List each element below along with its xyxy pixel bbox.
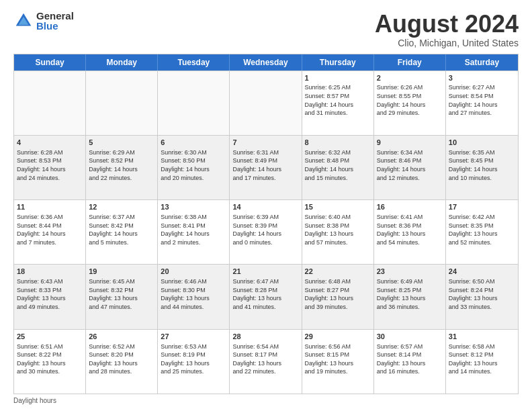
day-number: 14 [232,202,298,212]
day-number: 26 [89,332,154,342]
day-header: Tuesday [158,54,230,71]
day-number: 13 [161,202,226,212]
logo-text: General Blue [36,11,74,31]
day-info: Sunrise: 6:58 AM Sunset: 8:12 PM Dayligh… [449,342,515,376]
day-cell: 20Sunrise: 6:46 AM Sunset: 8:30 PM Dayli… [158,265,230,328]
day-cell: 13Sunrise: 6:38 AM Sunset: 8:41 PM Dayli… [158,200,230,264]
footer-note: Daylight hours [13,397,519,404]
day-number: 19 [89,267,154,277]
day-cell: 17Sunrise: 6:42 AM Sunset: 8:35 PM Dayli… [446,200,518,264]
day-number: 23 [377,267,443,277]
day-header: Sunday [14,54,86,71]
day-number: 31 [449,332,515,342]
day-number: 12 [89,202,154,212]
day-info: Sunrise: 6:47 AM Sunset: 8:28 PM Dayligh… [232,277,298,311]
header: General Blue August 2024 Clio, Michigan,… [13,11,519,48]
day-headers: SundayMondayTuesdayWednesdayThursdayFrid… [14,54,518,71]
day-number: 11 [17,202,83,212]
day-info: Sunrise: 6:36 AM Sunset: 8:44 PM Dayligh… [17,213,83,246]
day-number: 1 [305,73,371,83]
day-info: Sunrise: 6:29 AM Sunset: 8:52 PM Dayligh… [89,148,154,182]
day-cell: 26Sunrise: 6:52 AM Sunset: 8:20 PM Dayli… [86,330,158,394]
day-cell: 30Sunrise: 6:57 AM Sunset: 8:14 PM Dayli… [374,330,446,394]
day-number: 4 [17,138,83,148]
title-area: August 2024 Clio, Michigan, United State… [375,11,519,48]
day-info: Sunrise: 6:31 AM Sunset: 8:49 PM Dayligh… [232,148,298,182]
day-number: 17 [449,202,515,212]
day-cell: 3Sunrise: 6:27 AM Sunset: 8:54 PM Daylig… [446,71,518,135]
day-cell: 7Sunrise: 6:31 AM Sunset: 8:49 PM Daylig… [230,136,302,199]
day-number: 6 [161,138,226,148]
day-info: Sunrise: 6:39 AM Sunset: 8:39 PM Dayligh… [232,213,298,246]
day-number: 16 [377,202,443,212]
calendar: SundayMondayTuesdayWednesdayThursdayFrid… [13,54,519,394]
day-cell: 25Sunrise: 6:51 AM Sunset: 8:22 PM Dayli… [14,330,86,394]
day-cell: 6Sunrise: 6:30 AM Sunset: 8:50 PM Daylig… [158,136,230,199]
day-cell: 8Sunrise: 6:32 AM Sunset: 8:48 PM Daylig… [302,136,374,199]
week-row: 25Sunrise: 6:51 AM Sunset: 8:22 PM Dayli… [14,329,518,394]
day-cell: 2Sunrise: 6:26 AM Sunset: 8:55 PM Daylig… [374,71,446,135]
day-info: Sunrise: 6:52 AM Sunset: 8:20 PM Dayligh… [89,342,154,376]
day-cell [14,71,86,135]
page: General Blue August 2024 Clio, Michigan,… [0,0,532,411]
day-info: Sunrise: 6:45 AM Sunset: 8:32 PM Dayligh… [89,277,154,311]
day-cell: 22Sunrise: 6:48 AM Sunset: 8:27 PM Dayli… [302,265,374,328]
day-cell [86,71,158,135]
day-info: Sunrise: 6:57 AM Sunset: 8:14 PM Dayligh… [377,342,443,376]
day-number: 5 [89,138,154,148]
day-number: 25 [17,332,83,342]
day-cell: 23Sunrise: 6:49 AM Sunset: 8:25 PM Dayli… [374,265,446,328]
day-header: Wednesday [230,54,302,71]
week-row: 4Sunrise: 6:28 AM Sunset: 8:53 PM Daylig… [14,135,518,199]
logo-icon [13,11,34,31]
day-cell [230,71,302,135]
logo: General Blue [13,11,74,31]
day-number: 10 [449,138,515,148]
day-info: Sunrise: 6:53 AM Sunset: 8:19 PM Dayligh… [161,342,226,376]
day-number: 7 [232,138,298,148]
day-cell: 1Sunrise: 6:25 AM Sunset: 8:57 PM Daylig… [302,71,374,135]
day-header: Saturday [446,54,518,71]
day-info: Sunrise: 6:25 AM Sunset: 8:57 PM Dayligh… [305,83,371,117]
day-cell: 11Sunrise: 6:36 AM Sunset: 8:44 PM Dayli… [14,200,86,264]
day-cell: 16Sunrise: 6:41 AM Sunset: 8:36 PM Dayli… [374,200,446,264]
day-cell: 9Sunrise: 6:34 AM Sunset: 8:46 PM Daylig… [374,136,446,199]
day-info: Sunrise: 6:30 AM Sunset: 8:50 PM Dayligh… [161,148,226,182]
day-cell: 5Sunrise: 6:29 AM Sunset: 8:52 PM Daylig… [86,136,158,199]
day-number: 15 [305,202,371,212]
day-info: Sunrise: 6:54 AM Sunset: 8:17 PM Dayligh… [232,342,298,376]
day-cell: 19Sunrise: 6:45 AM Sunset: 8:32 PM Dayli… [86,265,158,328]
day-info: Sunrise: 6:51 AM Sunset: 8:22 PM Dayligh… [17,342,83,376]
day-info: Sunrise: 6:48 AM Sunset: 8:27 PM Dayligh… [305,277,371,311]
week-row: 11Sunrise: 6:36 AM Sunset: 8:44 PM Dayli… [14,199,518,264]
week-row: 1Sunrise: 6:25 AM Sunset: 8:57 PM Daylig… [14,71,518,135]
day-info: Sunrise: 6:56 AM Sunset: 8:15 PM Dayligh… [305,342,371,376]
day-number: 2 [377,73,443,83]
day-number: 20 [161,267,226,277]
day-cell: 29Sunrise: 6:56 AM Sunset: 8:15 PM Dayli… [302,330,374,394]
day-cell: 24Sunrise: 6:50 AM Sunset: 8:24 PM Dayli… [446,265,518,328]
day-info: Sunrise: 6:50 AM Sunset: 8:24 PM Dayligh… [449,277,515,311]
main-title: August 2024 [375,11,519,38]
day-number: 22 [305,267,371,277]
calendar-grid: 1Sunrise: 6:25 AM Sunset: 8:57 PM Daylig… [14,71,518,394]
day-cell [158,71,230,135]
day-info: Sunrise: 6:37 AM Sunset: 8:42 PM Dayligh… [89,213,154,246]
day-number: 8 [305,138,371,148]
day-cell: 14Sunrise: 6:39 AM Sunset: 8:39 PM Dayli… [230,200,302,264]
day-cell: 10Sunrise: 6:35 AM Sunset: 8:45 PM Dayli… [446,136,518,199]
day-number: 18 [17,267,83,277]
day-number: 9 [377,138,443,148]
day-cell: 4Sunrise: 6:28 AM Sunset: 8:53 PM Daylig… [14,136,86,199]
logo-blue: Blue [36,21,74,31]
day-number: 30 [377,332,443,342]
day-number: 29 [305,332,371,342]
day-info: Sunrise: 6:46 AM Sunset: 8:30 PM Dayligh… [161,277,226,311]
day-cell: 27Sunrise: 6:53 AM Sunset: 8:19 PM Dayli… [158,330,230,394]
day-info: Sunrise: 6:27 AM Sunset: 8:54 PM Dayligh… [449,83,515,117]
day-info: Sunrise: 6:32 AM Sunset: 8:48 PM Dayligh… [305,148,371,182]
day-info: Sunrise: 6:38 AM Sunset: 8:41 PM Dayligh… [161,213,226,246]
day-info: Sunrise: 6:26 AM Sunset: 8:55 PM Dayligh… [377,83,443,117]
day-header: Friday [374,54,446,71]
day-info: Sunrise: 6:42 AM Sunset: 8:35 PM Dayligh… [449,213,515,246]
